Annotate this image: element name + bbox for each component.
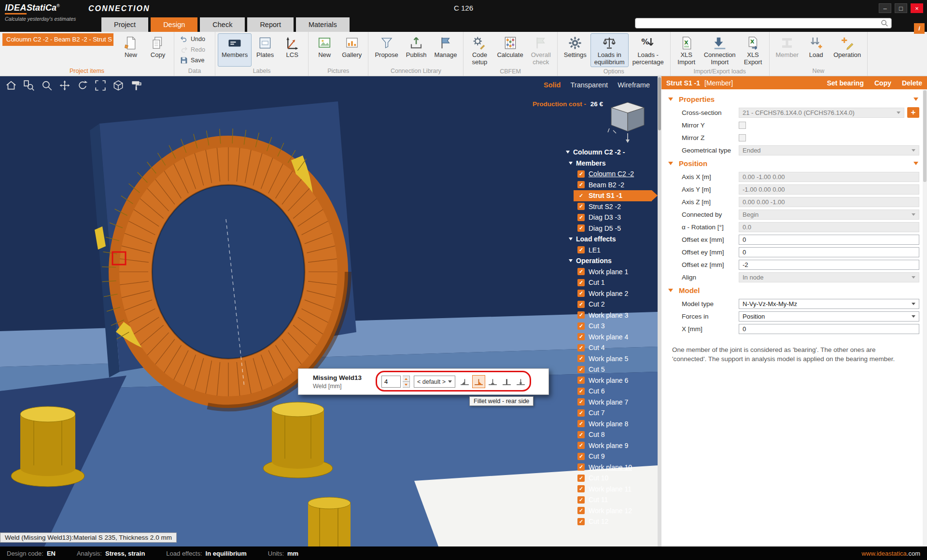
checkbox-checked-icon[interactable]: ✓ bbox=[577, 333, 585, 340]
tab-project[interactable]: Project bbox=[101, 17, 148, 32]
display-mode-solid[interactable]: Solid bbox=[544, 81, 561, 89]
checkbox-checked-icon[interactable]: ✓ bbox=[577, 279, 585, 286]
checkbox-checked-icon[interactable]: ✓ bbox=[577, 485, 585, 492]
tree-item-le1[interactable]: ✓LE1 bbox=[559, 245, 658, 256]
ribbon-button-copy[interactable]: Copy bbox=[144, 33, 171, 67]
checkbox-checked-icon[interactable]: ✓ bbox=[577, 431, 585, 438]
ribbon-button-publish[interactable]: Publish bbox=[402, 33, 431, 67]
minimize-button[interactable]: – bbox=[879, 3, 891, 13]
checkbox-unchecked[interactable] bbox=[739, 134, 746, 141]
checkbox-checked-icon[interactable]: ✓ bbox=[577, 181, 585, 188]
3d-viewport[interactable]: SolidTransparentWireframe Production cos… bbox=[0, 76, 658, 546]
checkbox-checked-icon[interactable]: ✓ bbox=[577, 496, 585, 504]
iso-tool[interactable] bbox=[112, 79, 125, 92]
ribbon-button-plates[interactable]: Plates bbox=[252, 33, 279, 67]
maximize-button[interactable]: □ bbox=[895, 3, 907, 13]
copy-action[interactable]: Copy bbox=[874, 79, 891, 87]
viewport-scrollbar[interactable] bbox=[658, 76, 661, 546]
tree-expand-icon[interactable] bbox=[569, 259, 573, 262]
checkbox-checked-icon[interactable]: ✓ bbox=[577, 409, 585, 417]
prop-field-offset-ex-mm[interactable]: 0 bbox=[739, 235, 919, 245]
ribbon-button-gallery[interactable]: Gallery bbox=[338, 33, 365, 67]
ribbon-button-connection-import[interactable]: Connection Import bbox=[700, 33, 740, 67]
checkbox-checked-icon[interactable]: ✓ bbox=[577, 322, 585, 330]
section-marker-icon[interactable] bbox=[913, 98, 918, 101]
tab-materials[interactable]: Materials bbox=[296, 17, 350, 32]
tree-item-work-plane-10[interactable]: ✓Work plane 10 bbox=[559, 462, 658, 473]
prop-field-x-mm[interactable]: 0 bbox=[739, 324, 919, 334]
checkbox-checked-icon[interactable]: ✓ bbox=[577, 224, 585, 232]
checkbox-checked-icon[interactable]: ✓ bbox=[577, 311, 585, 319]
tree-item-work-plane-6[interactable]: ✓Work plane 6 bbox=[559, 375, 658, 386]
website-link[interactable]: www.ideastatica.com bbox=[862, 550, 920, 557]
weld-fillet-left-button[interactable] bbox=[458, 375, 471, 388]
checkbox-checked-icon[interactable]: ✓ bbox=[577, 388, 585, 395]
tree-section-load-effects[interactable]: Load effects bbox=[559, 234, 658, 245]
checkbox-checked-icon[interactable]: ✓ bbox=[577, 366, 585, 373]
tree-item-coloumn-c2-2[interactable]: ✓Coloumn C2 -2 bbox=[559, 168, 658, 180]
tree-item-cut-9[interactable]: ✓Cut 9 bbox=[559, 451, 658, 462]
checkbox-checked-icon[interactable]: ✓ bbox=[577, 203, 585, 210]
checkbox-checked-icon[interactable]: ✓ bbox=[577, 290, 585, 297]
tree-item-diag-d3-3[interactable]: ✓Diag D3 -3 bbox=[559, 212, 658, 223]
prop-field-forces-in[interactable]: Position bbox=[739, 311, 919, 322]
tree-item-work-plane-7[interactable]: ✓Work plane 7 bbox=[559, 397, 658, 408]
tree-item-beam-b2-2[interactable]: ✓Beam B2 -2 bbox=[559, 180, 658, 191]
checkbox-checked-icon[interactable]: ✓ bbox=[577, 192, 585, 199]
tree-item-cut-3[interactable]: ✓Cut 3 bbox=[559, 321, 658, 332]
zoom-window-tool[interactable] bbox=[23, 79, 35, 92]
ribbon-button-xls-export[interactable]: XXLS Export bbox=[740, 33, 767, 67]
tree-item-cut-10[interactable]: ✓Cut 10 bbox=[559, 473, 658, 484]
tree-item-cut-2[interactable]: ✓Cut 2 bbox=[559, 299, 658, 310]
checkbox-checked-icon[interactable]: ✓ bbox=[577, 475, 585, 482]
stepper-up-icon[interactable] bbox=[403, 376, 409, 381]
ribbon-button-members[interactable]: Members bbox=[218, 33, 252, 67]
tree-item-cut-11[interactable]: ✓Cut 11 bbox=[559, 494, 658, 505]
checkbox-checked-icon[interactable]: ✓ bbox=[577, 518, 585, 525]
tree-item-work-plane-4[interactable]: ✓Work plane 4 bbox=[559, 332, 658, 343]
ribbon-button-loads-in-equilibrium[interactable]: Loads in equilibrium bbox=[590, 33, 629, 67]
zoom-tool[interactable] bbox=[41, 79, 53, 92]
checkbox-checked-icon[interactable]: ✓ bbox=[577, 355, 585, 362]
tree-item-cut-4[interactable]: ✓Cut 4 bbox=[559, 342, 658, 353]
checkbox-checked-icon[interactable]: ✓ bbox=[577, 453, 585, 460]
pan-tool[interactable] bbox=[58, 79, 71, 92]
ribbon-button-code-setup[interactable]: Code setup bbox=[466, 33, 493, 67]
ribbon-button-undo[interactable]: Undo bbox=[177, 34, 212, 44]
tree-root-coloumn-c2-2[interactable]: Coloumn C2 -2 - bbox=[559, 147, 658, 158]
tree-item-work-plane-3[interactable]: ✓Work plane 3 bbox=[559, 310, 658, 321]
fit-tool[interactable] bbox=[94, 79, 107, 92]
ribbon-button-lcs[interactable]: LCS bbox=[279, 33, 306, 67]
tree-section-members[interactable]: Members bbox=[559, 158, 658, 169]
checkbox-checked-icon[interactable]: ✓ bbox=[577, 301, 585, 308]
bolt-1[interactable] bbox=[11, 406, 84, 487]
checkbox-checked-icon[interactable]: ✓ bbox=[577, 268, 585, 275]
panel-section-properties[interactable]: Properties bbox=[666, 92, 919, 106]
weld-fillet-rear-button[interactable] bbox=[472, 375, 485, 388]
display-mode-wireframe[interactable]: Wireframe bbox=[618, 81, 650, 89]
checkbox-checked-icon[interactable]: ✓ bbox=[577, 170, 585, 178]
tree-item-cut-5[interactable]: ✓Cut 5 bbox=[559, 364, 658, 375]
tree-item-cut-1[interactable]: ✓Cut 1 bbox=[559, 277, 658, 288]
tree-item-strut-s1-1[interactable]: ✓Strut S1 -1 bbox=[574, 190, 652, 201]
checkbox-unchecked[interactable] bbox=[739, 122, 746, 129]
checkbox-checked-icon[interactable]: ✓ bbox=[577, 420, 585, 427]
tree-item-work-plane-11[interactable]: ✓Work plane 11 bbox=[559, 484, 658, 495]
bolt-3[interactable] bbox=[308, 497, 351, 546]
checkbox-checked-icon[interactable]: ✓ bbox=[577, 507, 585, 514]
tree-item-work-plane-9[interactable]: ✓Work plane 9 bbox=[559, 440, 658, 451]
panel-section-model[interactable]: Model bbox=[666, 283, 919, 297]
tree-item-cut-7[interactable]: ✓Cut 7 bbox=[559, 407, 658, 419]
weld-fillet-both-button[interactable] bbox=[486, 375, 499, 388]
weld-butt2-button[interactable] bbox=[514, 375, 527, 388]
tab-design[interactable]: Design bbox=[151, 17, 197, 32]
tree-item-work-plane-1[interactable]: ✓Work plane 1 bbox=[559, 266, 658, 278]
prop-field-offset-ey-mm[interactable]: 0 bbox=[739, 247, 919, 257]
tree-section-operations[interactable]: Operations bbox=[559, 255, 658, 266]
tab-report[interactable]: Report bbox=[247, 17, 294, 32]
prop-field-offset-ez-mm[interactable]: -2 bbox=[739, 260, 919, 270]
search-input[interactable] bbox=[635, 20, 880, 27]
ribbon-button-save[interactable]: Save bbox=[177, 56, 212, 65]
tree-item-diag-d5-5[interactable]: ✓Diag D5 -5 bbox=[559, 223, 658, 234]
display-mode-transparent[interactable]: Transparent bbox=[570, 81, 608, 89]
